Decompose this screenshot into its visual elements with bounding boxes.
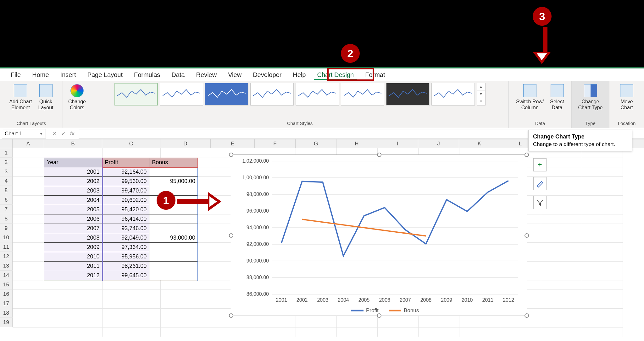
cell-year[interactable]: 2006 xyxy=(44,214,102,224)
col-header-E[interactable]: E xyxy=(211,139,255,148)
fx-icon[interactable]: fx xyxy=(70,131,74,137)
tab-home[interactable]: Home xyxy=(26,69,54,80)
row-header-2[interactable]: 2 xyxy=(0,158,13,167)
tab-developer[interactable]: Developer xyxy=(247,69,287,80)
chart-handle-bc[interactable] xyxy=(377,313,381,318)
row-header-1[interactable]: 1 xyxy=(0,148,13,158)
tab-format[interactable]: Format xyxy=(359,69,391,80)
table-row[interactable]: 200793,746.00 xyxy=(44,224,198,233)
chart-handle-mr[interactable] xyxy=(525,233,529,238)
col-header-H[interactable]: H xyxy=(336,139,377,148)
tab-chart-design[interactable]: Chart Design xyxy=(311,69,359,80)
cell-bonus[interactable] xyxy=(149,252,198,262)
row-header-15[interactable]: 15 xyxy=(0,280,13,290)
cell-profit[interactable]: 95,956.00 xyxy=(102,252,149,262)
change-chart-type-button[interactable]: Change Chart Type xyxy=(576,83,605,112)
table-row[interactable]: 200299,560.0095,000.00 xyxy=(44,177,198,186)
cell-profit[interactable]: 90,602.00 xyxy=(102,196,149,205)
row-header-18[interactable]: 18 xyxy=(0,308,13,318)
chart-styles-button[interactable] xyxy=(533,177,547,190)
chart-handle-bl[interactable] xyxy=(229,313,233,318)
row-header-10[interactable]: 10 xyxy=(0,233,13,242)
row-header-3[interactable]: 3 xyxy=(0,167,13,176)
chart-style-3[interactable] xyxy=(205,83,248,106)
chart-style-5[interactable] xyxy=(296,83,339,106)
add-chart-element-button[interactable]: Add Chart Element xyxy=(7,83,34,112)
row-header-13[interactable]: 13 xyxy=(0,261,13,271)
tab-help[interactable]: Help xyxy=(287,69,311,80)
col-header-B[interactable]: B xyxy=(44,139,102,148)
table-row[interactable]: 201095,956.00 xyxy=(44,252,198,262)
cell-profit[interactable]: 99,560.00 xyxy=(102,177,149,186)
row-header-19[interactable]: 19 xyxy=(0,318,13,327)
col-header-K[interactable]: K xyxy=(459,139,500,148)
tab-page-layout[interactable]: Page Layout xyxy=(82,69,128,80)
chart-style-4[interactable] xyxy=(250,83,294,106)
cell-bonus[interactable] xyxy=(149,224,198,233)
cell-year[interactable]: 2009 xyxy=(44,243,102,252)
cell-profit[interactable]: 95,420.00 xyxy=(102,205,149,214)
table-row[interactable]: 200997,364.00 xyxy=(44,243,198,252)
row-header-9[interactable]: 9 xyxy=(0,224,13,233)
chart-style-8[interactable] xyxy=(431,83,475,106)
cell-bonus[interactable] xyxy=(149,167,198,177)
tab-file[interactable]: File xyxy=(5,69,26,80)
table-row[interactable]: 201198,261.00 xyxy=(44,262,198,271)
tab-data[interactable]: Data xyxy=(166,69,190,80)
cell-year[interactable]: 2008 xyxy=(44,233,102,243)
row-header-11[interactable]: 11 xyxy=(0,242,13,252)
select-all-corner[interactable] xyxy=(0,139,13,148)
chart-style-2[interactable] xyxy=(160,83,203,106)
col-header-A[interactable]: A xyxy=(13,139,44,148)
name-box-dropdown-icon[interactable]: ▼ xyxy=(39,132,43,136)
cell-bonus[interactable] xyxy=(149,243,198,252)
tab-formulas[interactable]: Formulas xyxy=(128,69,166,80)
col-header-D[interactable]: D xyxy=(160,139,211,148)
row-header-6[interactable]: 6 xyxy=(0,195,13,205)
change-colors-button[interactable]: Change Colors xyxy=(63,81,91,128)
cell-profit[interactable]: 93,746.00 xyxy=(102,224,149,233)
chart-style-6[interactable] xyxy=(341,83,384,106)
cell-profit[interactable]: 92,049.00 xyxy=(102,233,149,243)
cell-year[interactable]: 2004 xyxy=(44,196,102,205)
chart-styles-gallery[interactable]: ▲▼▾ xyxy=(114,83,486,106)
cell-year[interactable]: 2003 xyxy=(44,186,102,196)
row-header-17[interactable]: 17 xyxy=(0,299,13,308)
cell-profit[interactable]: 97,364.00 xyxy=(102,243,149,252)
row-header-12[interactable]: 12 xyxy=(0,252,13,261)
name-box[interactable]: Chart 1▼ xyxy=(2,129,46,138)
cell-year[interactable]: 2007 xyxy=(44,224,102,233)
chart-style-1[interactable] xyxy=(114,83,158,106)
chart-elements-button[interactable]: + xyxy=(533,158,547,171)
switch-row-column-button[interactable]: Switch Row/ Column xyxy=(514,83,546,112)
move-chart-button[interactable]: Move Chart xyxy=(618,83,635,112)
table-row[interactable]: 200595,420.00 xyxy=(44,205,198,214)
data-table[interactable]: Year Profit Bonus 200192,164.00200299,56… xyxy=(44,158,198,280)
col-header-F[interactable]: F xyxy=(255,139,296,148)
row-header-7[interactable]: 7 xyxy=(0,205,13,214)
chart-handle-tl[interactable] xyxy=(229,153,233,157)
cell-year[interactable]: 2002 xyxy=(44,177,102,186)
chart-style-7[interactable] xyxy=(386,83,430,106)
row-header-14[interactable]: 14 xyxy=(0,271,13,280)
chart-handle-tc[interactable] xyxy=(377,153,381,157)
cell-profit[interactable]: 96,414.00 xyxy=(102,214,149,224)
cell-year[interactable]: 2005 xyxy=(44,205,102,214)
chart-filter-button[interactable] xyxy=(533,196,547,209)
chart-handle-ml[interactable] xyxy=(229,233,233,238)
accept-formula-icon[interactable]: ✓ xyxy=(61,130,66,137)
table-row[interactable]: 201299,645.00 xyxy=(44,271,198,280)
tab-insert[interactable]: Insert xyxy=(55,69,82,80)
cell-profit[interactable]: 92,164.00 xyxy=(102,167,149,177)
cell-profit[interactable]: 98,261.00 xyxy=(102,262,149,271)
col-header-I[interactable]: I xyxy=(377,139,418,148)
table-row[interactable]: 200192,164.00 xyxy=(44,167,198,177)
col-header-C[interactable]: C xyxy=(102,139,160,148)
col-header-J[interactable]: J xyxy=(418,139,459,148)
table-row[interactable]: 200399,470.00 xyxy=(44,186,198,196)
table-row[interactable]: 200892,049.0093,000.00 xyxy=(44,233,198,243)
cell-profit[interactable]: 99,645.00 xyxy=(102,271,149,280)
embedded-chart[interactable]: 86,000.0088,000.0090,000.0092,000.0094,0… xyxy=(231,154,527,316)
cell-year[interactable]: 2001 xyxy=(44,167,102,177)
cell-profit[interactable]: 99,470.00 xyxy=(102,186,149,196)
